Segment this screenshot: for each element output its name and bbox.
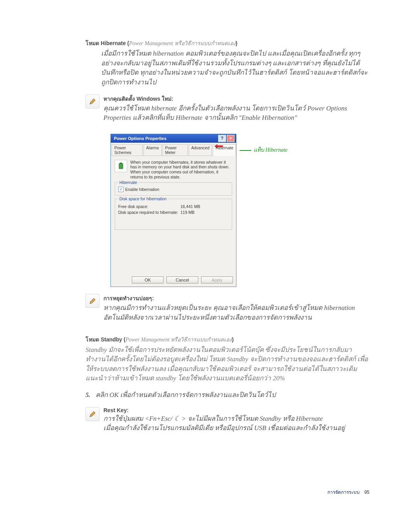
standby-heading-italic: Power Management หรือวิธีการแบบกำหนดเอง: [126, 337, 232, 343]
red-arrow-icon: [214, 144, 223, 148]
standby-body-text: Standby มักจะใช้เพื่อการประหยัดพลังงานใน…: [86, 345, 369, 384]
tab-power-meter[interactable]: Power Meter: [163, 144, 188, 156]
pencil-icon: [86, 94, 100, 108]
help-button[interactable]: ?: [218, 135, 226, 142]
free-disk-label: Free disk space:: [118, 204, 180, 209]
required-disk-value: 119 MB: [180, 210, 194, 215]
hibernate-mode-heading: โหมด Hibernate (Power Management หรือวิธ…: [86, 39, 369, 47]
cancel-button[interactable]: Cancel: [166, 276, 198, 283]
hibernate-heading-italic: Power Management หรือวิธีการแบบกำหนดเอง: [129, 40, 236, 46]
stop-often-body: หากคุณมีการทำงานแล้วหยุดเป็นระยะ คุณอาจเ…: [103, 303, 369, 322]
rest-key-heading: Rest Key:: [103, 407, 369, 413]
hibernate-heading-prefix: โหมด Hibernate (: [86, 40, 129, 46]
rest-key-body: การใช้ปุ่มผสม <Fn+Esc/ ☾ > จะไม่มีผลในกา…: [103, 414, 369, 433]
standby-mode-heading: โหมด Standby (Power Management หรือวิธีก…: [86, 335, 369, 344]
rest-key-line1-pre: การใช้ปุ่มผสม <Fn+Esc/: [103, 415, 174, 422]
callout-text: แท็บ Hibernate: [254, 147, 287, 153]
enable-hibernation-label: Enable hibernation: [125, 187, 159, 192]
footer-label: การจัดการระบบ: [327, 490, 360, 495]
checkbox-check-icon: ✓: [118, 187, 124, 192]
step-5-text: คลิก OK เพื่อกำหนดตัวเลือกการจัดการพลังง…: [96, 391, 276, 399]
close-button[interactable]: ×: [227, 135, 234, 142]
reinstall-note-body: คุณควรใช้โหมด hibernate อีกครั้งในตัวเลื…: [103, 104, 369, 123]
step-5-number: 5.: [86, 392, 90, 398]
svg-rect-2: [120, 163, 122, 164]
svg-marker-0: [214, 144, 223, 148]
svg-rect-1: [119, 163, 123, 169]
ok-button[interactable]: OK: [132, 276, 164, 283]
hibernate-heading-suffix: ): [236, 40, 238, 46]
dialog-description: When your computer hibernates, it stores…: [130, 160, 232, 179]
standby-heading-suffix: ): [232, 336, 234, 343]
enable-hibernation-checkbox[interactable]: ✓ Enable hibernation: [118, 187, 229, 192]
apply-button[interactable]: Apply: [201, 276, 233, 283]
required-disk-label: Disk space required to hibernate:: [118, 210, 180, 215]
dialog-title: Power Options Properties: [112, 136, 217, 141]
pencil-icon: [86, 407, 100, 421]
reinstall-note-heading: หากคุณติดตั้ง Windows ใหม่:: [103, 94, 369, 103]
free-disk-value: 16,441 MB: [180, 204, 200, 209]
group-diskspace-legend: Disk space for hibernation: [118, 196, 168, 201]
tab-advanced[interactable]: Advanced: [189, 144, 212, 156]
battery-icon: [115, 160, 127, 172]
callout-line-icon: [240, 150, 251, 151]
rest-key-line1-post: > จะไม่มีผลในการใช้โหมด Standby หรือ Hib…: [180, 415, 323, 422]
power-options-dialog: Power Options Properties ? × Power Schem…: [110, 134, 236, 287]
tab-power-schemes[interactable]: Power Schemes: [112, 144, 143, 156]
page-footer: การจัดการระบบ 95: [327, 488, 369, 496]
tab-alarms[interactable]: Alarms: [144, 144, 162, 156]
moon-icon: ☾: [174, 415, 180, 422]
footer-page-number: 95: [364, 490, 369, 495]
pencil-icon: [86, 294, 100, 308]
rest-key-line2: เมื่อคุณกำลังใช้งานโปรแกรมมัลติมีเดีย หร…: [103, 424, 345, 432]
stop-often-heading: การหยุดทำงานบ่อยๆ:: [103, 294, 369, 303]
hibernate-tab-callout: แท็บ Hibernate: [240, 145, 287, 154]
standby-heading-prefix: โหมด Standby (: [86, 336, 126, 343]
hibernate-body-text: เมื่อมีการใช้โหมด hibernation คอมพิวเตอร…: [101, 49, 369, 87]
group-hibernate-legend: Hibernate: [118, 180, 138, 185]
